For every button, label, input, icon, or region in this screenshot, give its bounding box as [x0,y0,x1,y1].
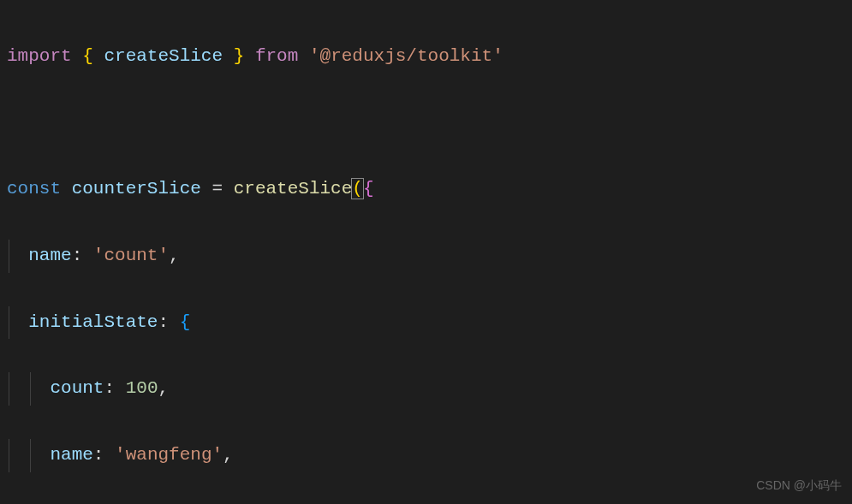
prop-initialState: initialState [28,312,158,332]
var-counterSlice: counterSlice [72,179,201,199]
code-line-4: name: 'count', [7,240,852,273]
colon: : [104,378,115,398]
code-editor[interactable]: import { createSlice } from '@reduxjs/to… [0,7,852,504]
prop-name: name [28,246,71,265]
code-line-3: const counterSlice = createSlice({ [7,173,852,206]
equals: = [212,179,223,199]
watermark: CSDN @小码牛 [756,475,842,497]
colon: : [158,312,169,332]
colon: : [72,246,83,265]
code-line-6: count: 100, [7,372,852,406]
brace-open: { [82,46,93,66]
paren-open-highlight: ( [351,178,364,199]
comma: , [223,445,234,465]
func-createSlice: createSlice [234,179,353,199]
string-module: '@reduxjs/toolkit' [309,46,503,66]
code-line-5: initialState: { [7,306,852,340]
number-100: 100 [126,378,158,398]
comma: , [169,246,180,265]
string-count: 'count' [93,246,169,265]
keyword-const: const [7,179,61,199]
keyword-import: import [7,46,72,66]
brace-close: } [234,46,245,66]
brace-open: { [363,179,374,199]
brace-open: { [180,312,191,332]
colon: : [93,445,104,465]
comma: , [158,378,169,398]
code-line-7: name: 'wangfeng', [7,439,852,472]
code-line-1: import { createSlice } from '@reduxjs/to… [7,40,852,74]
prop-name2: name [50,445,92,465]
identifier-createSlice: createSlice [104,46,223,66]
string-wangfeng: 'wangfeng' [115,445,223,465]
code-line-2 [7,107,852,140]
prop-count: count [50,378,104,398]
keyword-from: from [255,46,298,66]
